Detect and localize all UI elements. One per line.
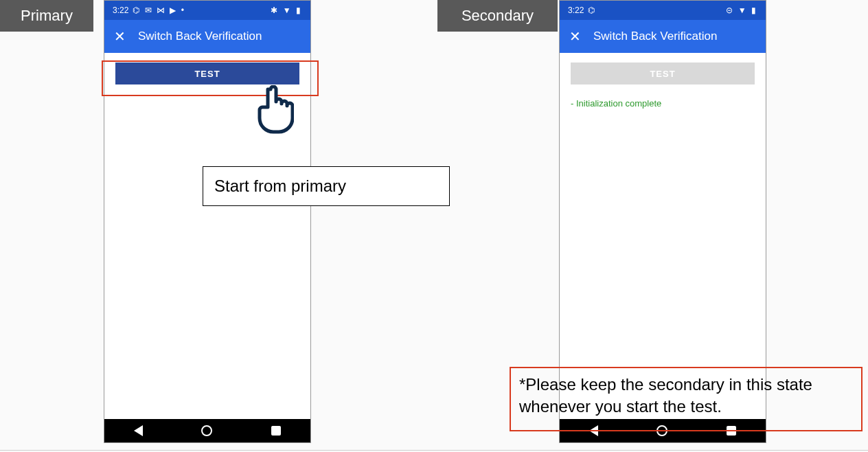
content-area: TEST - Initialization complete (560, 53, 766, 118)
secondary-tag: Secondary (437, 0, 558, 32)
caption-primary: Start from primary (203, 166, 450, 206)
primary-tag: Primary (0, 0, 93, 32)
nav-home-icon[interactable] (201, 425, 212, 436)
pointer-hand-icon (253, 85, 294, 135)
status-right-icons: ⊝ ▼ ▮ (726, 5, 757, 15)
status-bar: 3:22 ⌬ ⊝ ▼ ▮ (560, 1, 766, 20)
app-bar: ✕ Switch Back Verification (104, 20, 310, 53)
test-button[interactable]: TEST (115, 63, 299, 84)
divider-line (0, 450, 868, 451)
phone-primary: 3:22 ⌬ ✉ ⋈ ▶ • ✱ ▼ ▮ ✕ Switch Back Verif… (104, 0, 311, 443)
app-bar: ✕ Switch Back Verification (560, 20, 766, 53)
nav-home-icon[interactable] (656, 425, 667, 436)
nav-recent-icon[interactable] (271, 426, 281, 436)
nav-bar (560, 419, 766, 442)
status-left-icons: ⌬ ✉ ⋈ ▶ • (133, 5, 185, 15)
caption-secondary: *Please keep the secondary in this state… (519, 374, 856, 418)
status-time: 3:22 (113, 5, 128, 15)
status-bar: 3:22 ⌬ ✉ ⋈ ▶ • ✱ ▼ ▮ (104, 1, 310, 20)
status-left: 3:22 ⌬ ✉ ⋈ ▶ • (113, 5, 185, 15)
nav-back-icon[interactable] (134, 425, 143, 436)
status-time: 3:22 (568, 5, 584, 15)
app-title: Switch Back Verification (138, 30, 262, 43)
close-icon[interactable]: ✕ (569, 30, 581, 43)
test-button: TEST (571, 63, 755, 84)
nav-recent-icon[interactable] (727, 426, 736, 436)
status-left-icons: ⌬ (588, 5, 596, 15)
status-left: 3:22 ⌬ (568, 5, 596, 15)
log-line: - Initialization complete (571, 98, 755, 109)
close-icon[interactable]: ✕ (114, 30, 126, 43)
app-title: Switch Back Verification (593, 30, 717, 43)
status-right-icons: ✱ ▼ ▮ (271, 5, 302, 15)
nav-bar (104, 419, 310, 442)
nav-back-icon[interactable] (589, 425, 598, 436)
